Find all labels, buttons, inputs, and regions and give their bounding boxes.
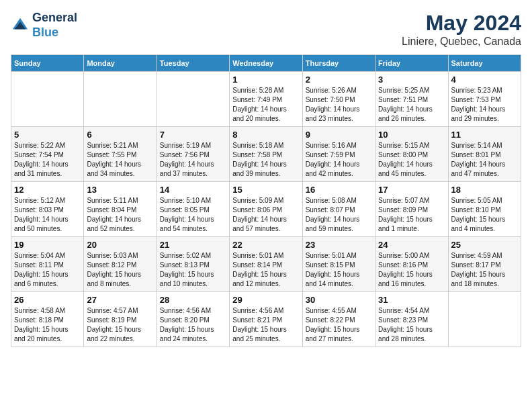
day-number: 2	[306, 75, 372, 85]
day-number: 21	[160, 240, 226, 250]
day-number: 18	[451, 185, 518, 195]
day-number: 9	[306, 130, 372, 140]
calendar-week-row: 26Sunrise: 4:58 AMSunset: 8:18 PMDayligh…	[11, 292, 521, 347]
day-detail: Sunrise: 5:14 AMSunset: 8:01 PMDaylight:…	[451, 141, 518, 179]
day-detail: Sunrise: 5:11 AMSunset: 8:04 PMDaylight:…	[87, 196, 153, 234]
calendar-cell: 13Sunrise: 5:11 AMSunset: 8:04 PMDayligh…	[84, 182, 157, 237]
day-detail: Sunrise: 4:59 AMSunset: 8:17 PMDaylight:…	[451, 251, 518, 289]
calendar-week-row: 12Sunrise: 5:12 AMSunset: 8:03 PMDayligh…	[11, 182, 521, 237]
calendar-week-row: 1Sunrise: 5:28 AMSunset: 7:49 PMDaylight…	[11, 72, 521, 127]
day-detail: Sunrise: 4:56 AMSunset: 8:21 PMDaylight:…	[232, 306, 299, 344]
calendar-week-row: 19Sunrise: 5:04 AMSunset: 8:11 PMDayligh…	[11, 237, 521, 292]
day-detail: Sunrise: 5:10 AMSunset: 8:05 PMDaylight:…	[160, 196, 226, 234]
calendar-cell: 10Sunrise: 5:15 AMSunset: 8:00 PMDayligh…	[375, 127, 448, 182]
calendar-cell	[448, 292, 521, 347]
day-number: 20	[87, 240, 153, 250]
calendar-title: May 2024	[402, 11, 521, 36]
calendar-cell: 9Sunrise: 5:16 AMSunset: 7:59 PMDaylight…	[302, 127, 375, 182]
weekday-header-sunday: Sunday	[11, 55, 84, 72]
day-detail: Sunrise: 5:03 AMSunset: 8:12 PMDaylight:…	[87, 251, 153, 289]
day-detail: Sunrise: 5:01 AMSunset: 8:15 PMDaylight:…	[306, 251, 372, 289]
day-detail: Sunrise: 5:19 AMSunset: 7:56 PMDaylight:…	[160, 141, 226, 179]
day-number: 31	[378, 295, 445, 305]
calendar-subtitle: Liniere, Quebec, Canada	[402, 36, 521, 48]
weekday-header-monday: Monday	[84, 55, 157, 72]
page-header: General Blue May 2024 Liniere, Quebec, C…	[11, 11, 521, 48]
day-detail: Sunrise: 4:57 AMSunset: 8:19 PMDaylight:…	[87, 306, 153, 344]
weekday-header-wednesday: Wednesday	[230, 55, 302, 72]
day-number: 4	[451, 75, 518, 85]
day-detail: Sunrise: 4:56 AMSunset: 8:20 PMDaylight:…	[160, 306, 226, 344]
weekday-header-saturday: Saturday	[448, 55, 521, 72]
day-detail: Sunrise: 5:23 AMSunset: 7:53 PMDaylight:…	[451, 86, 518, 124]
logo: General Blue	[11, 11, 77, 40]
day-number: 10	[378, 130, 445, 140]
calendar-cell: 1Sunrise: 5:28 AMSunset: 7:49 PMDaylight…	[230, 72, 302, 127]
weekday-header-friday: Friday	[375, 55, 448, 72]
day-detail: Sunrise: 5:08 AMSunset: 8:07 PMDaylight:…	[306, 196, 372, 234]
calendar-week-row: 5Sunrise: 5:22 AMSunset: 7:54 PMDaylight…	[11, 127, 521, 182]
day-detail: Sunrise: 5:12 AMSunset: 8:03 PMDaylight:…	[14, 196, 81, 234]
day-detail: Sunrise: 5:05 AMSunset: 8:10 PMDaylight:…	[451, 196, 518, 234]
day-detail: Sunrise: 5:04 AMSunset: 8:11 PMDaylight:…	[14, 251, 81, 289]
calendar-cell: 12Sunrise: 5:12 AMSunset: 8:03 PMDayligh…	[11, 182, 84, 237]
calendar-cell: 17Sunrise: 5:07 AMSunset: 8:09 PMDayligh…	[375, 182, 448, 237]
calendar-cell: 29Sunrise: 4:56 AMSunset: 8:21 PMDayligh…	[230, 292, 302, 347]
calendar-cell	[157, 72, 229, 127]
logo-icon	[11, 16, 30, 35]
calendar-cell: 27Sunrise: 4:57 AMSunset: 8:19 PMDayligh…	[84, 292, 157, 347]
logo-text: General Blue	[32, 11, 77, 40]
day-detail: Sunrise: 5:28 AMSunset: 7:49 PMDaylight:…	[232, 86, 299, 124]
calendar-cell: 19Sunrise: 5:04 AMSunset: 8:11 PMDayligh…	[11, 237, 84, 292]
calendar-cell: 31Sunrise: 4:54 AMSunset: 8:23 PMDayligh…	[375, 292, 448, 347]
day-number: 27	[87, 295, 153, 305]
day-detail: Sunrise: 5:26 AMSunset: 7:50 PMDaylight:…	[306, 86, 372, 124]
day-detail: Sunrise: 5:02 AMSunset: 8:13 PMDaylight:…	[160, 251, 226, 289]
day-number: 26	[14, 295, 81, 305]
calendar-cell: 5Sunrise: 5:22 AMSunset: 7:54 PMDaylight…	[11, 127, 84, 182]
calendar-cell: 23Sunrise: 5:01 AMSunset: 8:15 PMDayligh…	[302, 237, 375, 292]
day-number: 1	[232, 75, 299, 85]
day-number: 8	[232, 130, 299, 140]
day-number: 12	[14, 185, 81, 195]
day-number: 25	[451, 240, 518, 250]
calendar-cell: 14Sunrise: 5:10 AMSunset: 8:05 PMDayligh…	[157, 182, 229, 237]
day-number: 6	[87, 130, 153, 140]
calendar-cell	[84, 72, 157, 127]
title-block: May 2024 Liniere, Quebec, Canada	[402, 11, 521, 48]
day-number: 17	[378, 185, 445, 195]
calendar-cell: 24Sunrise: 5:00 AMSunset: 8:16 PMDayligh…	[375, 237, 448, 292]
calendar-cell: 8Sunrise: 5:18 AMSunset: 7:58 PMDaylight…	[230, 127, 302, 182]
day-number: 30	[306, 295, 372, 305]
day-number: 23	[306, 240, 372, 250]
calendar-cell: 3Sunrise: 5:25 AMSunset: 7:51 PMDaylight…	[375, 72, 448, 127]
calendar-cell: 16Sunrise: 5:08 AMSunset: 8:07 PMDayligh…	[302, 182, 375, 237]
calendar-cell	[11, 72, 84, 127]
day-detail: Sunrise: 5:15 AMSunset: 8:00 PMDaylight:…	[378, 141, 445, 179]
calendar-cell: 7Sunrise: 5:19 AMSunset: 7:56 PMDaylight…	[157, 127, 229, 182]
weekday-header-row: SundayMondayTuesdayWednesdayThursdayFrid…	[11, 55, 521, 72]
day-number: 3	[378, 75, 445, 85]
day-number: 14	[160, 185, 226, 195]
day-number: 5	[14, 130, 81, 140]
day-detail: Sunrise: 5:07 AMSunset: 8:09 PMDaylight:…	[378, 196, 445, 234]
calendar-cell: 21Sunrise: 5:02 AMSunset: 8:13 PMDayligh…	[157, 237, 229, 292]
day-detail: Sunrise: 4:58 AMSunset: 8:18 PMDaylight:…	[14, 306, 81, 344]
day-number: 13	[87, 185, 153, 195]
calendar-cell: 20Sunrise: 5:03 AMSunset: 8:12 PMDayligh…	[84, 237, 157, 292]
calendar-cell: 22Sunrise: 5:01 AMSunset: 8:14 PMDayligh…	[230, 237, 302, 292]
calendar-cell: 15Sunrise: 5:09 AMSunset: 8:06 PMDayligh…	[230, 182, 302, 237]
day-detail: Sunrise: 5:00 AMSunset: 8:16 PMDaylight:…	[378, 251, 445, 289]
calendar-cell: 28Sunrise: 4:56 AMSunset: 8:20 PMDayligh…	[157, 292, 229, 347]
day-detail: Sunrise: 5:22 AMSunset: 7:54 PMDaylight:…	[14, 141, 81, 179]
day-detail: Sunrise: 5:16 AMSunset: 7:59 PMDaylight:…	[306, 141, 372, 179]
day-detail: Sunrise: 4:54 AMSunset: 8:23 PMDaylight:…	[378, 306, 445, 344]
day-number: 16	[306, 185, 372, 195]
day-detail: Sunrise: 5:01 AMSunset: 8:14 PMDaylight:…	[232, 251, 299, 289]
day-number: 15	[232, 185, 299, 195]
day-detail: Sunrise: 4:55 AMSunset: 8:22 PMDaylight:…	[306, 306, 372, 344]
day-number: 24	[378, 240, 445, 250]
calendar-table: SundayMondayTuesdayWednesdayThursdayFrid…	[11, 54, 521, 347]
calendar-cell: 4Sunrise: 5:23 AMSunset: 7:53 PMDaylight…	[448, 72, 521, 127]
calendar-cell: 6Sunrise: 5:21 AMSunset: 7:55 PMDaylight…	[84, 127, 157, 182]
